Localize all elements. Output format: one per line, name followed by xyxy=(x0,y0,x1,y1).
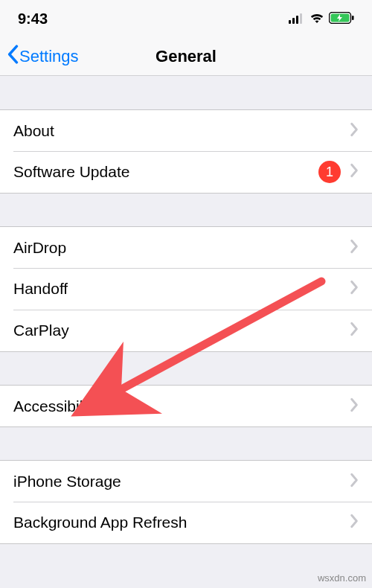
nav-bar: Settings General xyxy=(0,37,372,76)
wifi-icon xyxy=(310,10,324,28)
cell-software-update[interactable]: Software Update1 xyxy=(0,151,372,193)
cell-handoff[interactable]: Handoff xyxy=(0,268,372,310)
back-label: Settings xyxy=(19,47,79,66)
chevron-right-icon xyxy=(350,512,359,533)
cell-about[interactable]: About xyxy=(0,109,372,151)
chevron-right-icon xyxy=(350,278,359,299)
page-title: General xyxy=(155,47,217,66)
svg-rect-3 xyxy=(300,13,302,24)
chevron-right-icon xyxy=(350,320,359,341)
watermark: wsxdn.com xyxy=(318,572,366,584)
cell-label: Background App Refresh xyxy=(13,514,350,531)
chevron-right-icon xyxy=(350,471,359,492)
chevron-right-icon xyxy=(350,237,359,258)
status-bar: 9:43 xyxy=(0,0,372,37)
svg-rect-1 xyxy=(292,18,295,24)
chevron-left-icon xyxy=(6,45,18,68)
cellular-icon xyxy=(289,10,305,28)
cell-carplay[interactable]: CarPlay xyxy=(0,310,372,351)
chevron-right-icon xyxy=(350,121,359,141)
chevron-right-icon xyxy=(350,162,359,182)
svg-rect-2 xyxy=(296,16,298,24)
svg-rect-0 xyxy=(289,20,291,24)
cell-label: CarPlay xyxy=(13,322,350,339)
cell-label: Software Update xyxy=(13,163,318,181)
cell-label: Accessibility xyxy=(13,397,350,415)
battery-charging-icon xyxy=(329,10,354,28)
cell-label: Handoff xyxy=(13,280,350,298)
cell-accessibility[interactable]: Accessibility xyxy=(0,385,372,426)
cell-label: iPhone Storage xyxy=(13,473,350,490)
cell-airdrop[interactable]: AirDrop xyxy=(0,226,372,268)
notification-badge: 1 xyxy=(318,161,341,183)
status-indicators xyxy=(289,10,354,28)
cell-iphone-storage[interactable]: iPhone Storage xyxy=(0,460,372,502)
status-time: 9:43 xyxy=(18,10,48,28)
cell-label: AirDrop xyxy=(13,239,350,257)
svg-rect-6 xyxy=(352,16,354,20)
cell-label: About xyxy=(13,122,350,140)
cell-background-app-refresh[interactable]: Background App Refresh xyxy=(0,502,372,543)
back-button[interactable]: Settings xyxy=(6,45,79,68)
chevron-right-icon xyxy=(350,396,359,417)
